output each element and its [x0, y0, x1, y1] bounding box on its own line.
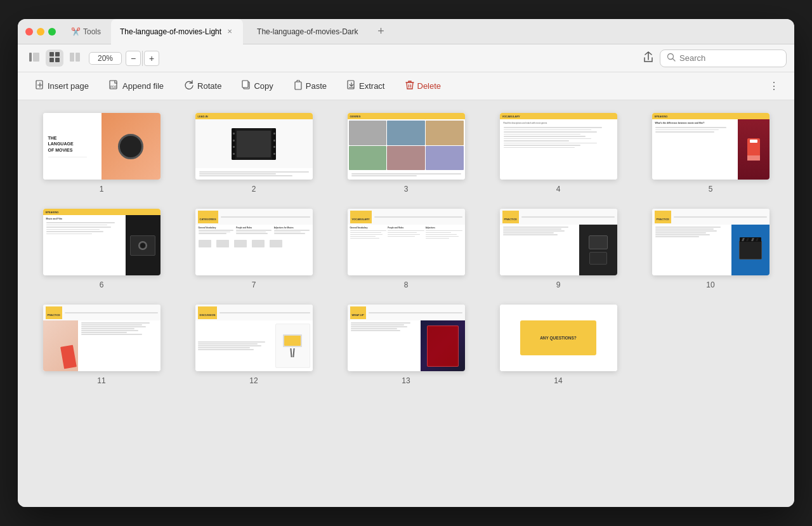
page-thumbnail[interactable]: ANY QUESTIONS? — [500, 305, 617, 371]
page-item: PRACTICE — [487, 209, 629, 289]
page-item: SPEAKING What's the difference between m… — [639, 113, 782, 194]
svg-rect-0 — [29, 53, 32, 62]
tools-label: Tools — [83, 27, 101, 36]
svg-text:PDF: PDF — [110, 85, 117, 89]
page-number: 8 — [404, 280, 409, 289]
share-icon — [643, 51, 653, 65]
page-thumbnail[interactable]: DISCUSSION — [195, 305, 313, 371]
page-item: VOCABULARY Read the descriptions and mat… — [487, 113, 629, 194]
extract-icon — [347, 80, 356, 92]
svg-rect-4 — [49, 58, 54, 62]
svg-rect-5 — [55, 58, 60, 62]
search-icon — [667, 53, 676, 64]
page-thumbnail[interactable]: PRACTICE — [652, 209, 769, 275]
app-window: ✂️ Tools The-language-of-movies-Light ✕ … — [18, 19, 794, 507]
page-number: 3 — [404, 185, 409, 194]
extract-button[interactable]: Extract — [339, 77, 392, 95]
rotate-label: Rotate — [197, 81, 221, 91]
append-file-icon: PDF — [109, 80, 119, 92]
page-thumbnail[interactable]: LEAD-IN — [195, 113, 313, 180]
share-button[interactable] — [639, 49, 657, 67]
page-number: 7 — [252, 280, 256, 289]
page-item: SPEAKING Movie and Film — [30, 209, 173, 289]
page-number: 13 — [402, 376, 410, 385]
toolbar: 20% − + — [18, 44, 794, 72]
page-number: 10 — [706, 280, 714, 289]
page-item: CATEGORIES General Vocabulary — [183, 209, 325, 289]
search-input[interactable] — [679, 53, 780, 63]
svg-rect-7 — [75, 53, 80, 62]
page-item: PRACTICE — [30, 305, 173, 385]
content-area: THELANGUAGEOF MOVIES 1 — [18, 100, 794, 507]
page-item: LEAD-IN — [183, 113, 325, 194]
sidebar-icon — [29, 53, 39, 63]
zoom-out-button[interactable]: − — [126, 51, 141, 66]
paste-label: Paste — [306, 81, 327, 91]
page-item: VOCABULARY General Vocabulary — [335, 209, 477, 289]
tab-close-icon[interactable]: ✕ — [225, 27, 234, 36]
title-bar: ✂️ Tools The-language-of-movies-Light ✕ … — [18, 19, 794, 44]
page-item: GENRES — [335, 113, 477, 194]
page-number: 6 — [100, 280, 104, 289]
panel-view-button[interactable] — [66, 50, 84, 66]
delete-button[interactable]: Delete — [398, 77, 449, 95]
zoom-control: 20% − + — [89, 51, 159, 66]
svg-rect-6 — [70, 53, 74, 62]
rotate-button[interactable]: Rotate — [176, 77, 229, 95]
page-thumbnail[interactable]: PRACTICE — [500, 209, 617, 275]
pages-grid: THELANGUAGEOF MOVIES 1 — [30, 113, 782, 385]
close-button[interactable] — [25, 28, 33, 36]
traffic-lights — [25, 28, 56, 36]
tools-icon: ✂️ — [71, 27, 81, 36]
grid-view-button[interactable] — [46, 49, 63, 67]
insert-page-button[interactable]: Insert page — [28, 77, 96, 95]
append-file-button[interactable]: PDF Append file — [102, 77, 171, 95]
page-thumbnail[interactable]: SPEAKING What's the difference between m… — [652, 113, 769, 180]
paste-button[interactable]: Paste — [286, 77, 334, 95]
tab-label: The-language-of-movies-Dark — [257, 27, 358, 36]
panel-icon — [70, 53, 80, 63]
page-thumbnail[interactable]: GENRES — [348, 113, 465, 180]
paste-icon — [294, 80, 303, 92]
grid-icon — [49, 52, 60, 64]
sidebar-toggle-button[interactable] — [25, 50, 43, 66]
zoom-in-button[interactable]: + — [144, 51, 159, 66]
tab-light[interactable]: The-language-of-movies-Light ✕ — [111, 19, 243, 44]
minimize-button[interactable] — [37, 28, 44, 36]
page-thumbnail[interactable]: VOCABULARY General Vocabulary — [348, 209, 465, 275]
svg-rect-1 — [33, 53, 39, 62]
page-thumbnail[interactable]: WRAP-UP — [348, 305, 465, 371]
copy-icon — [242, 80, 251, 92]
extract-label: Extract — [359, 81, 384, 91]
page-item: ANY QUESTIONS? 14 — [487, 305, 629, 385]
page-number: 11 — [97, 376, 105, 385]
maximize-button[interactable] — [48, 28, 56, 36]
page-thumbnail[interactable]: SPEAKING Movie and Film — [43, 209, 160, 275]
insert-page-label: Insert page — [48, 81, 89, 91]
page-thumbnail[interactable]: THELANGUAGEOF MOVIES — [43, 113, 160, 180]
page-item: PRACTICE — [639, 209, 782, 289]
svg-line-9 — [673, 58, 676, 61]
page-number: 12 — [249, 376, 258, 385]
tab-label: The-language-of-movies-Light — [120, 27, 221, 36]
page-item: DISCUSSION — [183, 305, 325, 385]
search-box[interactable] — [660, 49, 787, 67]
tools-button[interactable]: ✂️ Tools — [66, 25, 106, 38]
page-number: 4 — [556, 185, 561, 194]
copy-label: Copy — [254, 81, 273, 91]
rotate-icon — [184, 80, 194, 92]
page-thumbnail[interactable]: VOCABULARY Read the descriptions and mat… — [500, 113, 617, 180]
append-file-label: Append file — [122, 81, 164, 91]
delete-label: Delete — [417, 81, 442, 91]
more-options-button[interactable]: ⋮ — [764, 77, 784, 95]
svg-rect-17 — [295, 82, 301, 89]
add-tab-button[interactable]: + — [372, 23, 390, 41]
page-number: 5 — [709, 185, 713, 194]
copy-button[interactable]: Copy — [234, 77, 280, 95]
tab-dark[interactable]: The-language-of-movies-Dark — [248, 19, 367, 44]
page-number: 14 — [554, 376, 562, 385]
page-thumbnail[interactable]: CATEGORIES General Vocabulary — [195, 209, 313, 275]
page-thumbnail[interactable]: PRACTICE — [43, 305, 160, 371]
insert-page-icon — [36, 80, 44, 92]
page-actions-bar: Insert page PDF Append file Rotate — [18, 72, 794, 100]
